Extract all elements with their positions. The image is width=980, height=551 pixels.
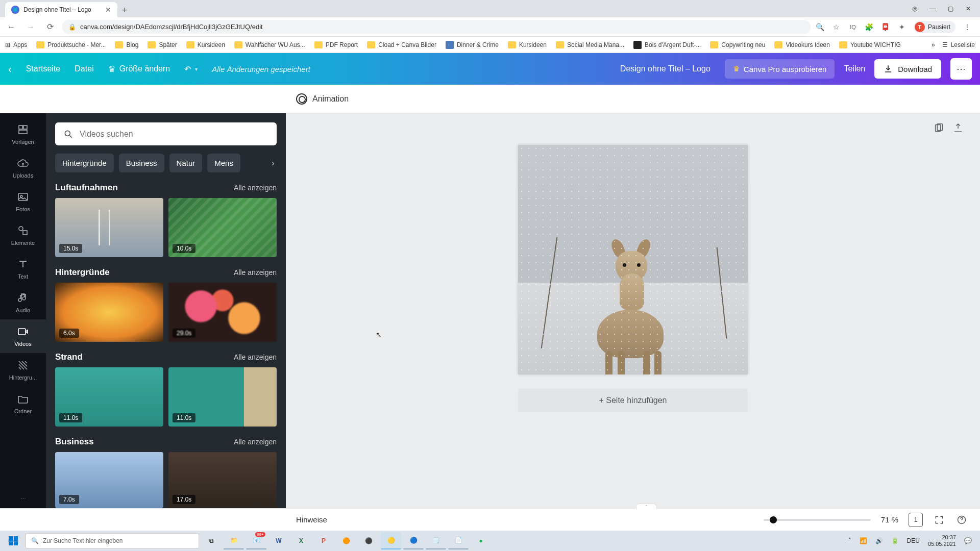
bookmark-0[interactable]: Produktsuche - Mer... bbox=[36, 41, 106, 48]
wifi-icon[interactable]: 📶 bbox=[860, 537, 867, 544]
io-icon[interactable]: IQ bbox=[848, 22, 857, 32]
bookmark-12[interactable]: Videokurs Ideen bbox=[774, 41, 830, 48]
profile-chip[interactable]: T Pausiert bbox=[914, 21, 955, 33]
animation-button[interactable]: Animation bbox=[296, 93, 349, 105]
extensions-icon[interactable]: ✦ bbox=[897, 22, 906, 32]
browser-tab[interactable]: Design ohne Titel – Logo ✕ bbox=[5, 2, 117, 17]
zoom-icon[interactable]: 🔍 bbox=[816, 22, 825, 32]
reload-button[interactable]: ⟳ bbox=[43, 20, 57, 34]
close-window-icon[interactable]: ✕ bbox=[966, 5, 971, 12]
ext-icon-2[interactable]: 📮 bbox=[881, 22, 890, 32]
apps-button[interactable]: ⊞Apps bbox=[5, 41, 27, 48]
search-box[interactable] bbox=[55, 122, 277, 145]
bookmark-2[interactable]: Später bbox=[148, 41, 177, 48]
rail-more[interactable]: ⋯ bbox=[0, 489, 46, 508]
filter-next-button[interactable]: › bbox=[266, 154, 280, 172]
see-all-link[interactable]: Alle anzeigen bbox=[234, 438, 277, 446]
app-icon-2[interactable]: 🗒️ bbox=[426, 532, 446, 549]
forward-button[interactable]: → bbox=[23, 20, 38, 34]
close-tab-icon[interactable]: ✕ bbox=[105, 6, 111, 14]
rail-fotos[interactable]: Fotos bbox=[0, 185, 46, 218]
minimize-icon[interactable]: — bbox=[929, 5, 936, 12]
url-field[interactable]: 🔒 canva.com/design/DAEdomzscjl/drBfjHdCo… bbox=[62, 20, 811, 34]
app-icon-1[interactable]: 🟠 bbox=[336, 532, 356, 549]
see-all-link[interactable]: Alle anzeigen bbox=[234, 268, 277, 277]
video-thumb[interactable]: 6.0s bbox=[55, 283, 163, 342]
video-thumb[interactable]: 7.0s bbox=[55, 452, 163, 508]
filter-natur[interactable]: Natur bbox=[169, 154, 203, 172]
design-canvas[interactable] bbox=[518, 145, 748, 374]
start-button[interactable] bbox=[3, 533, 23, 549]
star-icon[interactable]: ☆ bbox=[832, 22, 841, 32]
rail-ordner[interactable]: Ordner bbox=[0, 387, 46, 420]
rail-vorlagen[interactable]: Vorlagen bbox=[0, 117, 46, 151]
explorer-icon[interactable]: 📁 bbox=[224, 532, 244, 549]
bookmark-9[interactable]: Social Media Mana... bbox=[556, 41, 624, 48]
rail-uploads[interactable]: Uploads bbox=[0, 151, 46, 185]
video-thumb[interactable]: 11.0s bbox=[168, 367, 277, 427]
task-view-icon[interactable]: ⧉ bbox=[201, 532, 222, 549]
bookmarks-overflow[interactable]: » bbox=[932, 41, 935, 48]
app-icon-3[interactable]: 📄 bbox=[448, 532, 469, 549]
notifications-icon[interactable]: 💬 bbox=[964, 537, 972, 544]
rail-elemente[interactable]: Elemente bbox=[0, 218, 46, 252]
bookmark-3[interactable]: Kursideen bbox=[186, 41, 225, 48]
mail-icon[interactable]: 99+📧 bbox=[246, 532, 266, 549]
filter-mensch[interactable]: Mens bbox=[207, 154, 240, 172]
fullscreen-icon[interactable] bbox=[933, 514, 945, 526]
help-icon[interactable] bbox=[955, 514, 968, 526]
video-thumb[interactable]: 11.0s bbox=[55, 367, 163, 427]
zoom-slider[interactable] bbox=[764, 519, 871, 521]
battery-icon[interactable]: 🔋 bbox=[891, 537, 899, 544]
see-all-link[interactable]: Alle anzeigen bbox=[234, 353, 277, 361]
rail-audio[interactable]: Audio bbox=[0, 286, 46, 319]
rail-text[interactable]: Text bbox=[0, 252, 46, 286]
video-thumb[interactable]: 17.0s bbox=[168, 452, 277, 508]
pro-button[interactable]: ♛Canva Pro ausprobieren bbox=[725, 59, 835, 79]
file-menu[interactable]: Datei bbox=[75, 64, 93, 73]
kebab-icon[interactable]: ⋮ bbox=[963, 22, 972, 32]
target-icon[interactable]: ◎ bbox=[912, 5, 917, 12]
chrome-icon[interactable]: 🟡 bbox=[381, 532, 401, 549]
expand-notes-icon[interactable]: ˄ bbox=[636, 504, 656, 510]
taskbar-search[interactable]: 🔍 Zur Suche Text hier eingeben bbox=[26, 533, 199, 548]
home-link[interactable]: Startseite bbox=[26, 64, 61, 73]
bookmark-5[interactable]: PDF Report bbox=[314, 41, 358, 48]
filter-hintergruende[interactable]: Hintergründe bbox=[55, 154, 114, 172]
obs-icon[interactable]: ⚫ bbox=[358, 532, 379, 549]
back-button[interactable]: ← bbox=[4, 20, 18, 34]
bookmark-8[interactable]: Kursideen bbox=[508, 41, 547, 48]
bookmark-10[interactable]: Bois d'Argent Duft-... bbox=[633, 41, 701, 49]
bookmark-7[interactable]: Dinner & Crime bbox=[446, 41, 499, 49]
clock[interactable]: 20:37 05.05.2021 bbox=[928, 534, 956, 547]
new-tab-button[interactable]: + bbox=[117, 3, 132, 17]
word-icon[interactable]: W bbox=[268, 532, 289, 549]
excel-icon[interactable]: X bbox=[291, 532, 311, 549]
video-thumb[interactable]: 15.0s bbox=[55, 198, 163, 257]
ext-icon-1[interactable]: 🧩 bbox=[865, 22, 874, 32]
home-back-icon[interactable]: ‹ bbox=[8, 63, 12, 75]
sound-icon[interactable]: 🔊 bbox=[875, 537, 883, 544]
filter-business[interactable]: Business bbox=[119, 154, 164, 172]
zoom-knob[interactable] bbox=[770, 516, 777, 523]
bookmark-6[interactable]: Cload + Canva Bilder bbox=[367, 41, 436, 48]
doc-title[interactable]: Design ohne Titel – Logo bbox=[620, 64, 710, 73]
powerpoint-icon[interactable]: P bbox=[313, 532, 334, 549]
lang-indicator[interactable]: DEU bbox=[907, 537, 920, 544]
bookmark-1[interactable]: Blog bbox=[115, 41, 138, 48]
rail-videos[interactable]: Videos bbox=[0, 319, 46, 353]
more-menu-button[interactable]: ⋯ bbox=[950, 58, 972, 80]
upload-page-icon[interactable] bbox=[952, 122, 964, 134]
search-input[interactable] bbox=[80, 130, 268, 139]
add-page-button[interactable]: + Seite hinzufügen bbox=[518, 389, 748, 412]
spotify-icon[interactable]: ● bbox=[471, 532, 491, 549]
bookmark-4[interactable]: Wahlfächer WU Aus... bbox=[234, 41, 305, 48]
maximize-icon[interactable]: ▢ bbox=[948, 5, 953, 12]
pages-indicator[interactable]: 1 bbox=[909, 513, 923, 527]
edge-icon[interactable]: 🔵 bbox=[403, 532, 424, 549]
see-all-link[interactable]: Alle anzeigen bbox=[234, 184, 277, 192]
bookmark-11[interactable]: Copywriting neu bbox=[710, 41, 765, 48]
share-button[interactable]: Teilen bbox=[844, 64, 865, 73]
hints-button[interactable]: Hinweise bbox=[296, 515, 327, 524]
duplicate-page-icon[interactable] bbox=[933, 122, 944, 134]
